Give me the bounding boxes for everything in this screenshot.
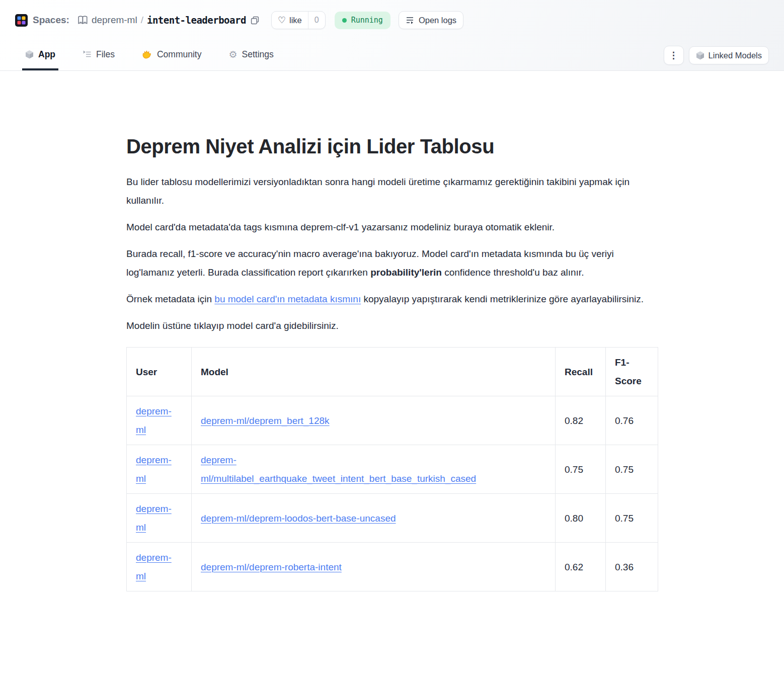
user-link[interactable]: deprem-ml bbox=[136, 499, 176, 537]
col-header-user: User bbox=[127, 348, 192, 396]
running-dot-icon bbox=[342, 18, 347, 23]
description-prose: Bu lider tablosu modellerimizi versiyonl… bbox=[126, 173, 658, 335]
more-options-button[interactable]: ⋮ bbox=[664, 46, 684, 65]
recall-value: 0.62 bbox=[556, 543, 606, 591]
book-icon bbox=[77, 16, 88, 25]
file-tree-icon bbox=[83, 50, 92, 58]
top-bar: Spaces: deprem-ml / intent-leaderboard bbox=[0, 0, 784, 40]
tab-settings[interactable]: ⚙ Settings bbox=[225, 40, 276, 70]
page-title: Deprem Niyet Analizi için Lider Tablosu bbox=[126, 134, 658, 158]
tab-files-label: Files bbox=[96, 49, 115, 60]
user-link[interactable]: deprem-ml bbox=[136, 548, 176, 585]
col-header-f1: F1-Score bbox=[606, 348, 658, 396]
logs-icon bbox=[406, 16, 415, 24]
tab-settings-label: Settings bbox=[242, 49, 274, 60]
cube-icon bbox=[696, 51, 704, 60]
tab-app-label: App bbox=[38, 49, 55, 60]
inline-link[interactable]: bu model card'ın metadata kısmını bbox=[214, 294, 361, 304]
linked-models-label: Linked Models bbox=[709, 51, 762, 60]
paragraph: Modelin üstüne tıklayıp model card'a gid… bbox=[126, 316, 658, 335]
model-link[interactable]: deprem-ml/multilabel_earthquake_tweet_in… bbox=[201, 451, 503, 488]
f1-value: 0.75 bbox=[606, 445, 658, 494]
paragraph: Model card'da metadata'da tags kısmına d… bbox=[126, 218, 658, 236]
tab-navigation: App Files Community ⚙ Settings bbox=[0, 40, 784, 70]
running-label: Running bbox=[351, 16, 383, 25]
recall-value: 0.75 bbox=[556, 445, 606, 494]
text-run: Bu lider tablosu modellerimizi versiyonl… bbox=[126, 177, 630, 206]
model-link[interactable]: deprem-ml/deprem_bert_128k bbox=[201, 411, 330, 430]
paragraph: Bu lider tablosu modellerimizi versiyonl… bbox=[126, 173, 658, 210]
model-link[interactable]: deprem-ml/deprem-loodos-bert-base-uncase… bbox=[201, 509, 396, 528]
text-run: Örnek metadata için bbox=[126, 294, 214, 304]
text-run: confidence threshold'u baz alınır. bbox=[442, 267, 584, 278]
f1-value: 0.36 bbox=[606, 543, 658, 591]
running-status-badge[interactable]: Running bbox=[335, 12, 390, 29]
paragraph: Burada recall, f1-score ve accuracy'nin … bbox=[126, 244, 658, 282]
open-logs-button[interactable]: Open logs bbox=[399, 11, 463, 29]
copy-space-name-button[interactable] bbox=[250, 15, 260, 26]
like-button[interactable]: ♡ like bbox=[272, 12, 308, 29]
table-row: deprem-ml deprem-ml/deprem-loodos-bert-b… bbox=[127, 494, 658, 543]
app-content: Deprem Niyet Analizi için Lider Tablosu … bbox=[0, 71, 784, 591]
table-row: deprem-ml deprem-ml/deprem_bert_128k 0.8… bbox=[127, 396, 658, 445]
heart-icon: ♡ bbox=[278, 16, 286, 25]
tab-community-label: Community bbox=[157, 49, 202, 60]
col-header-recall: Recall bbox=[556, 348, 606, 396]
linked-models-button[interactable]: Linked Models bbox=[689, 46, 769, 64]
waving-hand-icon bbox=[142, 49, 152, 59]
like-label: like bbox=[289, 16, 302, 25]
text-run: Modelin üstüne tıklayıp model card'a gid… bbox=[126, 320, 339, 331]
brand: Spaces: bbox=[15, 14, 69, 27]
spaces-label[interactable]: Spaces: bbox=[33, 15, 69, 26]
f1-value: 0.75 bbox=[606, 494, 658, 543]
like-button-group: ♡ like 0 bbox=[271, 11, 326, 29]
table-row: deprem-ml deprem-ml/deprem-roberta-inten… bbox=[127, 543, 658, 591]
text-run: Model card'da metadata'da tags kısmına d… bbox=[126, 222, 555, 232]
bold-text: probability'lerin bbox=[370, 267, 442, 278]
table-row: deprem-ml deprem-ml/multilabel_earthquak… bbox=[127, 445, 658, 494]
user-link[interactable]: deprem-ml bbox=[136, 451, 176, 488]
f1-value: 0.76 bbox=[606, 396, 658, 445]
header-right-controls: ⋮ Linked Models bbox=[664, 46, 769, 65]
gear-icon: ⚙ bbox=[228, 50, 237, 59]
recall-value: 0.82 bbox=[556, 396, 606, 445]
breadcrumb-owner-link[interactable]: deprem-ml bbox=[92, 15, 137, 26]
kebab-icon: ⋮ bbox=[669, 51, 678, 60]
hf-spaces-logo-icon[interactable] bbox=[15, 14, 28, 27]
cube-icon bbox=[25, 50, 34, 59]
recall-value: 0.80 bbox=[556, 494, 606, 543]
user-link[interactable]: deprem-ml bbox=[136, 402, 176, 439]
space-header: Spaces: deprem-ml / intent-leaderboard bbox=[0, 0, 784, 71]
leaderboard-table: User Model Recall F1-Score deprem-ml dep… bbox=[126, 347, 658, 591]
model-link[interactable]: deprem-ml/deprem-roberta-intent bbox=[201, 558, 342, 576]
breadcrumb: deprem-ml / intent-leaderboard bbox=[77, 15, 260, 26]
tab-files[interactable]: Files bbox=[80, 40, 118, 70]
space-name-link[interactable]: intent-leaderboard bbox=[147, 15, 246, 26]
open-logs-label: Open logs bbox=[419, 16, 456, 25]
col-header-model: Model bbox=[192, 348, 556, 396]
breadcrumb-separator: / bbox=[141, 15, 143, 26]
table-header-row: User Model Recall F1-Score bbox=[127, 348, 658, 396]
copy-icon bbox=[251, 16, 259, 25]
text-run: kopyalayıp yapıştırarak kendi metrikleri… bbox=[361, 294, 644, 304]
tab-community[interactable]: Community bbox=[139, 40, 205, 70]
paragraph: Örnek metadata için bu model card'ın met… bbox=[126, 290, 658, 308]
like-count[interactable]: 0 bbox=[308, 12, 325, 29]
tab-app[interactable]: App bbox=[22, 40, 58, 70]
